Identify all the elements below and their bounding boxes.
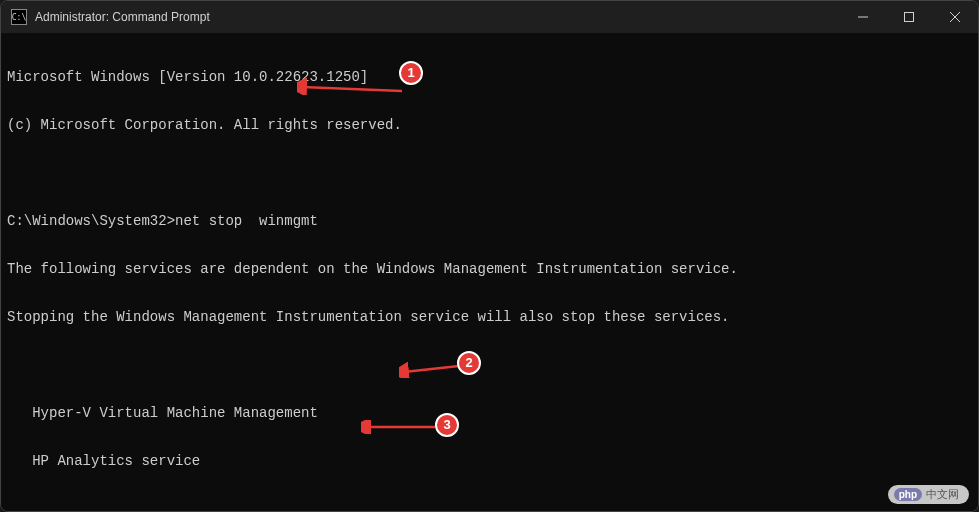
- terminal-line: The following services are dependent on …: [7, 261, 972, 277]
- svg-rect-1: [905, 13, 914, 22]
- app-icon: C:\: [11, 9, 27, 25]
- maximize-icon: [904, 12, 914, 22]
- svg-line-5: [302, 87, 402, 91]
- terminal-line: [7, 501, 972, 511]
- titlebar[interactable]: C:\ Administrator: Command Prompt: [1, 1, 978, 33]
- watermark-text: 中文网: [926, 487, 959, 502]
- watermark-badge: php 中文网: [888, 485, 969, 504]
- terminal-line: (c) Microsoft Corporation. All rights re…: [7, 117, 972, 133]
- terminal-line: Microsoft Windows [Version 10.0.22623.12…: [7, 69, 972, 85]
- terminal-line: [7, 357, 972, 373]
- annotation-badge-1: 1: [399, 61, 423, 85]
- terminal-line: C:\Windows\System32>net stop winmgmt: [7, 213, 972, 229]
- maximize-button[interactable]: [886, 1, 932, 33]
- annotation-badge-2: 2: [457, 351, 481, 375]
- watermark: php 中文网: [888, 485, 969, 504]
- command-prompt-window: C:\ Administrator: Command Prompt Micros…: [0, 0, 979, 512]
- terminal-line: Hyper-V Virtual Machine Management: [7, 405, 972, 421]
- annotation-arrow-2: [399, 360, 464, 378]
- minimize-button[interactable]: [840, 1, 886, 33]
- app-icon-text: C:\: [12, 13, 26, 22]
- terminal-line: Stopping the Windows Management Instrume…: [7, 309, 972, 325]
- terminal-output[interactable]: Microsoft Windows [Version 10.0.22623.12…: [1, 33, 978, 511]
- annotation-arrow-3: [361, 420, 441, 434]
- terminal-line: [7, 165, 972, 181]
- window-controls: [840, 1, 978, 33]
- php-logo: php: [894, 488, 922, 501]
- minimize-icon: [858, 12, 868, 22]
- svg-line-7: [404, 366, 459, 372]
- annotation-badge-3: 3: [435, 413, 459, 437]
- terminal-line: HP Analytics service: [7, 453, 972, 469]
- window-title: Administrator: Command Prompt: [35, 10, 840, 24]
- close-button[interactable]: [932, 1, 978, 33]
- annotation-arrow-1: [297, 73, 407, 95]
- close-icon: [950, 12, 960, 22]
